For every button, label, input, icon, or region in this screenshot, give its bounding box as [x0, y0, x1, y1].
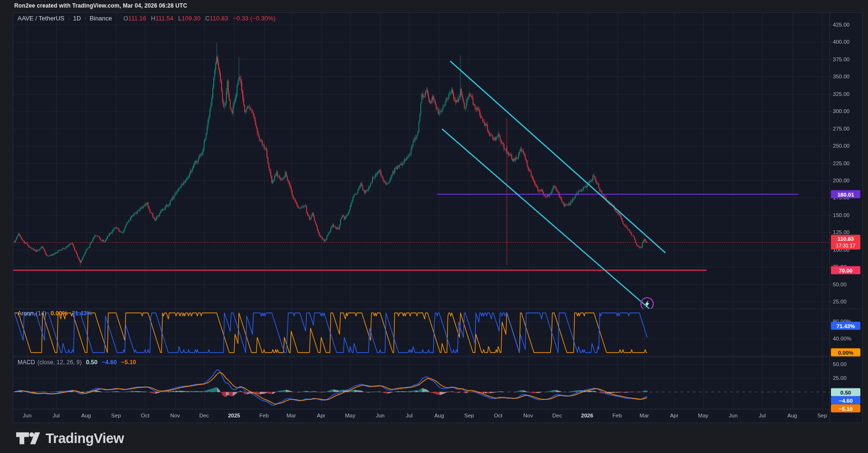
tradingview-snapshot: Ron2ee created with TradingView.com, Mar… — [0, 0, 868, 453]
price-chart-canvas[interactable] — [0, 0, 868, 453]
